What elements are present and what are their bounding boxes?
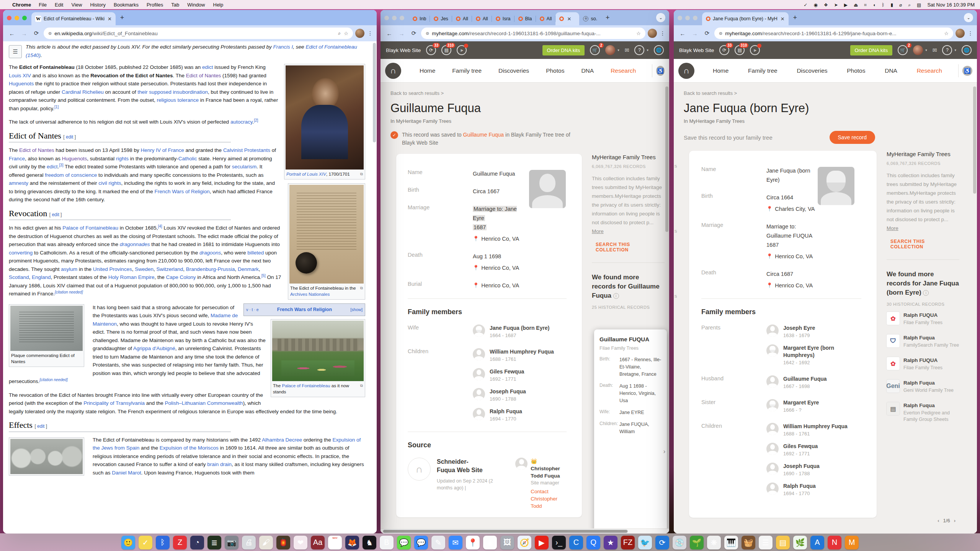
- chevron-down-icon[interactable]: ▾: [925, 48, 927, 52]
- dock-lantern[interactable]: 🏮: [276, 536, 290, 549]
- expand-icon[interactable]: ⧉: [360, 171, 363, 177]
- sync-icon[interactable]: ⟳33: [426, 45, 436, 55]
- zoom-window-button[interactable]: [400, 16, 404, 20]
- address-bar[interactable]: ⊜ en.wikipedia.org/wiki/Edict_of_Fontain…: [44, 28, 353, 39]
- playback-icon[interactable]: ▶: [844, 2, 848, 8]
- dock-chess[interactable]: ♞: [363, 536, 376, 549]
- dock-c-app[interactable]: C: [569, 536, 583, 549]
- bluetooth-icon[interactable]: ᛒ: [882, 2, 884, 8]
- volume-icon[interactable]: ◖: [873, 2, 875, 8]
- plaque-image[interactable]: [10, 306, 83, 351]
- tab-search-chevron-icon[interactable]: ⌄: [964, 13, 973, 22]
- edit-link[interactable]: edit: [37, 424, 44, 429]
- family-member[interactable]: Margaret Eyre (born Humphreys) 1642 - 16…: [766, 344, 861, 365]
- myheritage-logo-icon[interactable]: ∩: [678, 63, 694, 79]
- record-match[interactable]: ✿ Ralph FUQUA Filae Family Trees: [887, 357, 959, 371]
- dna-icon[interactable]: ⫸: [750, 45, 760, 55]
- new-tab-button[interactable]: +: [790, 13, 800, 23]
- dock-todo[interactable]: ✓: [139, 536, 152, 549]
- louis-xiv-portrait-image[interactable]: [286, 65, 364, 170]
- figure-palace[interactable]: The Palace of Fontainebleau as it now st…: [271, 319, 365, 397]
- site-info-icon[interactable]: ⊜: [426, 31, 429, 36]
- browser-tab[interactable]: Jes: [430, 12, 452, 25]
- dock-pinwheel[interactable]: ❋: [707, 536, 721, 549]
- nav-item[interactable]: Family tree: [740, 67, 786, 74]
- dock-youtube[interactable]: ▶: [535, 536, 549, 549]
- address-bar[interactable]: ⊜ myheritage.com/research/record-1-19601…: [714, 28, 953, 39]
- language-globe-icon[interactable]: 🌐: [654, 45, 664, 55]
- back-button[interactable]: ←: [678, 30, 688, 37]
- menu-app-name[interactable]: Chrome: [12, 2, 31, 8]
- family-member[interactable]: Joseph Fuqua 1690 - 1788: [473, 388, 567, 402]
- contact-manager-link[interactable]: Contact Christopher Todd: [531, 488, 567, 510]
- search-collection-link[interactable]: SEARCH THIS COLLECTION: [596, 242, 665, 253]
- minimize-window-button[interactable]: [685, 16, 690, 20]
- new-tab-button[interactable]: +: [117, 13, 127, 23]
- dock-brush[interactable]: 🖌: [259, 536, 273, 549]
- scrollbar[interactable]: [373, 43, 376, 142]
- wifi-off-icon[interactable]: ⌀: [899, 2, 902, 8]
- family-member[interactable]: Joseph Eyre 1638 - 1679: [766, 324, 861, 338]
- bookmark-star-icon[interactable]: ☆: [344, 31, 348, 36]
- nav-item[interactable]: Photos: [838, 67, 874, 74]
- family-member[interactable]: William Humphrey Fuqua 1688 - 1761: [473, 348, 567, 362]
- record-icon[interactable]: ◉: [813, 2, 817, 8]
- reload-button[interactable]: ⟳: [702, 30, 712, 37]
- vte-links[interactable]: v · t · e: [246, 306, 259, 314]
- back-to-results-link[interactable]: Back to search results >: [390, 90, 669, 96]
- navbox-title-link[interactable]: French Wars of Religion: [259, 306, 351, 314]
- tree-updates-icon[interactable]: ▤310: [735, 45, 745, 55]
- myheritage-logo-icon[interactable]: ∩: [385, 63, 401, 79]
- dock-dvd[interactable]: 💿: [673, 536, 686, 549]
- dock-messenger[interactable]: 💬: [414, 536, 428, 549]
- close-window-button[interactable]: [7, 16, 11, 20]
- accessibility-icon[interactable]: ♿: [656, 66, 665, 76]
- forward-button[interactable]: →: [690, 30, 700, 37]
- dock-calendar[interactable]: NOV16: [328, 536, 342, 549]
- dock-bluetooth[interactable]: ᛒ: [156, 536, 170, 549]
- control-center-icon[interactable]: ▤: [917, 2, 921, 8]
- close-window-button[interactable]: [678, 16, 682, 20]
- browser-tab[interactable]: Bla: [514, 12, 536, 25]
- source-site-link[interactable]: Schneider-Fuqua Web Site: [437, 458, 487, 474]
- forward-button[interactable]: →: [19, 30, 29, 37]
- dock-firefox[interactable]: 🦊: [345, 536, 359, 549]
- info-icon[interactable]: i: [613, 293, 619, 299]
- tab-globe[interactable]: ⊕ so.: [579, 12, 601, 25]
- edit-link[interactable]: edit: [66, 134, 73, 140]
- menubar-clock[interactable]: Sat Nov 16 10:39 PM: [927, 2, 975, 8]
- dock-fontbook[interactable]: Aa: [311, 536, 325, 549]
- mail-icon[interactable]: ✉: [625, 47, 629, 53]
- site-info-icon[interactable]: ⊜: [719, 31, 722, 36]
- cart-icon[interactable]: 🛒2: [898, 45, 908, 55]
- mail-icon[interactable]: ✉: [933, 47, 937, 53]
- profile-avatar[interactable]: [648, 29, 657, 38]
- dock-quicktime[interactable]: Q: [586, 536, 600, 549]
- dock-piano[interactable]: 🎹: [724, 536, 738, 549]
- toc-button[interactable]: ☰: [9, 45, 22, 58]
- search-collection-link[interactable]: SEARCH THIS COLLECTION: [890, 239, 959, 249]
- nav-item[interactable]: Photos: [537, 67, 573, 74]
- browser-tab[interactable]: All: [452, 12, 472, 25]
- figure-louis-xiv-portrait[interactable]: Portrait of Louis XIV, 1700/1701⧉: [284, 64, 365, 179]
- dock-folder[interactable]: ▤: [776, 536, 790, 549]
- dock-nature[interactable]: 🌿: [793, 536, 807, 549]
- dna-icon[interactable]: ⫸: [457, 45, 467, 55]
- minimize-window-button[interactable]: [392, 16, 397, 20]
- chrome-menu-icon[interactable]: ⋮: [368, 30, 373, 36]
- nav-item[interactable]: Home: [411, 67, 444, 74]
- shortcuts-icon[interactable]: ❖: [824, 2, 828, 8]
- nav-item[interactable]: Home: [704, 67, 737, 74]
- expand-icon[interactable]: ⧉: [360, 383, 363, 389]
- dock-b-app[interactable]: B: [380, 536, 394, 549]
- record-match[interactable]: ▤ Ralph Fuqua Everton Pedigree and Famil…: [887, 402, 959, 423]
- dock-mail[interactable]: ✉: [449, 536, 462, 549]
- dock-basket[interactable]: 🧺: [742, 536, 755, 549]
- keyboard-icon[interactable]: ⌗: [864, 2, 867, 8]
- navbox-show-link[interactable]: [show]: [350, 306, 363, 314]
- chevron-down-icon[interactable]: ▾: [617, 48, 619, 52]
- profile-avatar[interactable]: [956, 29, 965, 38]
- battery-icon[interactable]: ▮: [891, 2, 893, 8]
- expand-icon[interactable]: ⧉: [360, 285, 363, 291]
- record-match[interactable]: Geni Ralph Fuqua Geni World Family Tree: [887, 380, 959, 394]
